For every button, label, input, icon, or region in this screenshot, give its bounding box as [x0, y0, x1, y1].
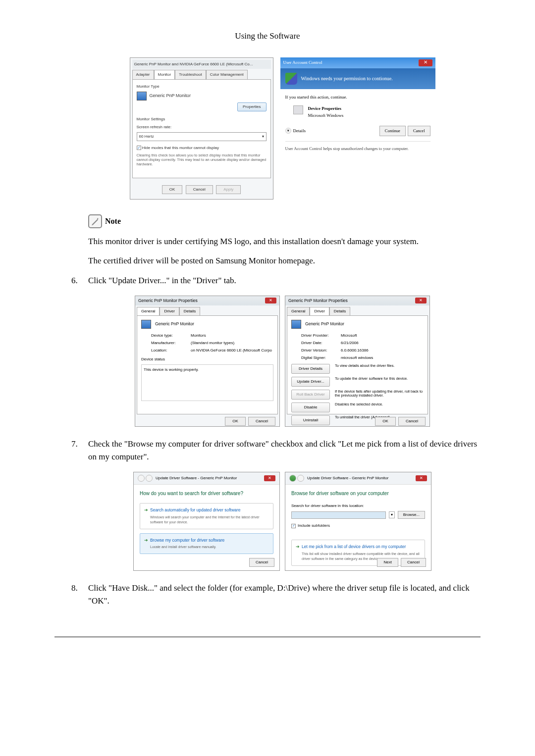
properties-driver-dialog: Generic PnP Monitor Properties ✕ General… — [285, 296, 430, 427]
option-browse-computer[interactable]: ➔Browse my computer for driver software … — [140, 533, 273, 554]
refresh-value: 60 Hertz — [139, 134, 154, 140]
close-icon[interactable]: ✕ — [419, 59, 432, 66]
wizard-browse-dialog: Update Driver Software - Generic PnP Mon… — [285, 472, 431, 571]
close-icon[interactable]: ✕ — [416, 475, 427, 481]
footer-divider — [54, 637, 481, 637]
update-driver-desc: To update the driver software for this d… — [335, 377, 424, 381]
note-label: Note — [105, 215, 121, 227]
tabs-row: Adapter Monitor Troubleshoot Color Manag… — [132, 70, 271, 79]
monitor-settings-label: Monitor Settings — [137, 116, 267, 122]
option-title: Browse my computer for driver software — [150, 537, 224, 544]
dropdown-arrow-icon[interactable]: ▾ — [389, 511, 395, 518]
uac-instruction: If you started this action, continue. — [285, 94, 430, 101]
program-name: Device Properties — [308, 105, 344, 112]
ok-button[interactable]: OK — [225, 417, 246, 426]
roll-back-desc: If the device fails after updating the d… — [335, 390, 424, 398]
option-subtitle: Locate and install driver software manua… — [150, 545, 269, 550]
tab-general[interactable]: General — [137, 307, 160, 315]
cancel-button[interactable]: Cancel — [186, 185, 213, 194]
page-title: Using the Software — [54, 30, 481, 43]
cancel-button[interactable]: Cancel — [248, 417, 275, 426]
checkbox-icon: ✓ — [137, 146, 141, 150]
cancel-button[interactable]: Cancel — [401, 558, 426, 567]
tab-driver[interactable]: Driver — [310, 307, 329, 315]
close-icon[interactable]: ✕ — [265, 298, 276, 303]
title-text: Generic PnP Monitor Properties — [138, 298, 198, 304]
uninstall-button[interactable]: Uninstall — [291, 415, 330, 425]
option-title: Let me pick from a list of device driver… — [302, 544, 406, 550]
driver-details-desc: To view details about the driver files. — [335, 364, 424, 368]
date-value: 6/21/2006 — [341, 340, 359, 346]
chevron-down-icon: ▾ — [285, 128, 291, 134]
tabs: General Driver Details — [135, 305, 279, 315]
cancel-button[interactable]: Cancel — [398, 417, 426, 426]
monitor-name: Generic PnP Monitor — [305, 321, 344, 327]
monitor-name: Generic PnP Monitor — [155, 321, 194, 327]
uac-footer-text: User Account Control helps stop unauthor… — [285, 141, 430, 152]
refresh-rate-dropdown[interactable]: 60 Hertz ▾ — [137, 132, 267, 141]
properties-screenshots: Generic PnP Monitor Properties ✕ General… — [54, 296, 481, 427]
path-input[interactable] — [291, 511, 386, 519]
back-arrow-icon[interactable] — [138, 475, 145, 482]
tab-details[interactable]: Details — [179, 307, 200, 315]
cancel-button[interactable]: Cancel — [408, 126, 430, 136]
tab-troubleshoot[interactable]: Troubleshoot — [175, 70, 206, 79]
properties-general-dialog: Generic PnP Monitor Properties ✕ General… — [135, 296, 280, 427]
version-key: Driver Version: — [301, 348, 341, 353]
device-status-label: Device status — [141, 356, 273, 362]
monitor-type-label: Monitor Type — [137, 84, 267, 90]
dialog-titlebar: Generic PnP Monitor Properties ✕ — [135, 296, 279, 305]
close-icon[interactable]: ✕ — [264, 475, 275, 481]
hide-modes-hint: Clearing this check box allows you to se… — [137, 153, 267, 166]
apply-button[interactable]: Apply — [216, 185, 241, 194]
note-paragraph-2: The certified driver will be posted on S… — [54, 254, 481, 267]
option-title: Search automatically for updated driver … — [150, 507, 240, 513]
tab-body: Generic PnP Monitor Driver Provider:Micr… — [287, 315, 428, 414]
tab-general[interactable]: General — [287, 307, 310, 315]
hide-modes-checkbox-row[interactable]: ✓ Hide modes that this monitor cannot di… — [137, 145, 267, 151]
step-8: 8. Click "Have Disk..." and select the f… — [71, 582, 481, 607]
step-number: 8. — [71, 582, 79, 607]
arrow-icon: ➔ — [296, 544, 300, 551]
note-paragraph-1: This monitor driver is under certifying … — [54, 235, 481, 248]
include-label: Include subfolders — [298, 523, 330, 529]
continue-button[interactable]: Continue — [379, 126, 406, 136]
disable-button[interactable]: Disable — [291, 403, 330, 412]
update-driver-button[interactable]: Update Driver... — [291, 377, 330, 387]
back-arrow-icon[interactable] — [289, 475, 296, 482]
dialog-titlebar: Generic PnP Monitor and NVIDIA GeForce 6… — [132, 60, 271, 69]
forward-arrow-icon — [146, 475, 153, 482]
tab-adapter[interactable]: Adapter — [132, 70, 154, 79]
include-subfolders-checkbox[interactable]: ✓ Include subfolders — [291, 523, 425, 529]
close-icon[interactable]: ✕ — [415, 298, 427, 303]
cancel-button[interactable]: Cancel — [249, 558, 274, 567]
step-7: 7. Check the "Browse my computer for dri… — [71, 438, 481, 463]
roll-back-button[interactable]: Roll Back Driver — [291, 390, 330, 400]
tab-monitor[interactable]: Monitor — [154, 70, 175, 79]
dialog-title-text: Generic PnP Monitor and NVIDIA GeForce 6… — [134, 61, 253, 67]
properties-button[interactable]: Properties — [237, 102, 266, 111]
device-status-box: This device is working properly. — [141, 364, 273, 401]
ok-button[interactable]: OK — [375, 417, 396, 426]
version-value: 6.0.6000.16386 — [341, 348, 369, 353]
details-button[interactable]: ▾ Details — [285, 128, 306, 135]
tab-color-management[interactable]: Color Management — [206, 70, 248, 79]
manufacturer-key: Manufacturer: — [151, 340, 191, 346]
option-subtitle: Windows will search your computer and th… — [150, 515, 269, 525]
driver-details-button[interactable]: Driver Details — [291, 364, 330, 374]
tab-details[interactable]: Details — [329, 307, 350, 315]
tab-driver[interactable]: Driver — [160, 307, 179, 315]
uac-controls-row: ▾ Details Continue Cancel — [285, 126, 430, 136]
device-type-key: Device type: — [151, 333, 191, 339]
wizard-screenshots: Update Driver Software - Generic PnP Mon… — [54, 472, 481, 571]
ok-button[interactable]: OK — [162, 185, 183, 194]
refresh-rate-label: Screen refresh rate: — [137, 124, 267, 130]
browse-button[interactable]: Browse... — [398, 511, 425, 519]
signer-value: microsoft windows — [341, 355, 373, 361]
next-button[interactable]: Next — [377, 558, 398, 567]
wizard-heading: Browse for driver software on your compu… — [291, 490, 425, 497]
dropdown-arrow-icon: ▾ — [262, 134, 264, 140]
option-search-auto[interactable]: ➔Search automatically for updated driver… — [140, 503, 273, 529]
note-heading: Note — [54, 214, 481, 228]
breadcrumb: Update Driver Software - Generic PnP Mon… — [156, 475, 237, 481]
